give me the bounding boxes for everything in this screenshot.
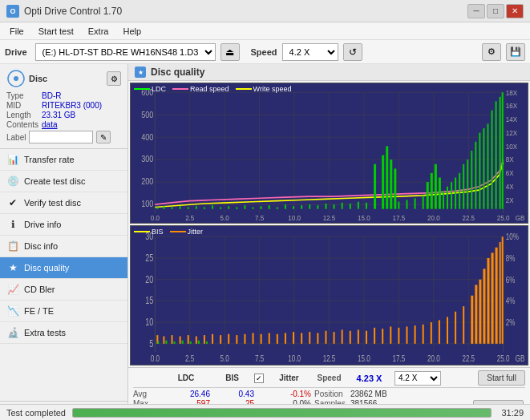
app-icon: O — [6, 5, 19, 18]
svg-rect-74 — [382, 155, 384, 209]
eject-button[interactable]: ⏏ — [220, 43, 240, 61]
sidebar-item-disc-quality[interactable]: ★ Disc quality — [0, 257, 127, 279]
sidebar-item-create-test-disc[interactable]: 💿 Create test disc — [0, 171, 127, 192]
disc-quality-icon: ★ — [6, 261, 19, 274]
sidebar-item-fe-te[interactable]: 📉 FE / TE — [0, 301, 127, 322]
svg-rect-81 — [423, 196, 424, 209]
window-controls: ─ □ ✕ — [467, 4, 524, 18]
svg-rect-63 — [293, 206, 294, 208]
svg-rect-78 — [398, 202, 399, 209]
svg-rect-181 — [471, 295, 473, 343]
svg-rect-52 — [204, 207, 205, 208]
create-test-disc-icon: 💿 — [6, 175, 19, 188]
svg-rect-80 — [415, 198, 416, 208]
menu-help[interactable]: Help — [116, 25, 148, 38]
sidebar-item-transfer-rate[interactable]: 📊 Transfer rate — [0, 149, 127, 171]
svg-text:5.0: 5.0 — [220, 214, 229, 222]
label-label: Label — [6, 133, 26, 142]
verify-test-disc-label: Verify test disc — [24, 198, 81, 208]
svg-rect-53 — [212, 205, 213, 208]
svg-rect-101 — [502, 92, 504, 209]
svg-rect-160 — [301, 333, 302, 343]
jitter-legend-label: Jitter — [188, 228, 204, 236]
svg-rect-71 — [358, 202, 359, 209]
svg-rect-193 — [182, 340, 184, 343]
svg-text:2%: 2% — [506, 317, 516, 326]
svg-rect-176 — [431, 322, 432, 344]
svg-rect-151 — [228, 333, 229, 343]
statusbar-text: Test completed — [6, 408, 66, 418]
start-full-button[interactable]: Start full — [478, 370, 525, 386]
chart-header: ★ Disc quality — [128, 64, 530, 81]
svg-text:12X: 12X — [506, 129, 518, 137]
svg-text:12.5: 12.5 — [323, 214, 336, 222]
menu-file[interactable]: File — [3, 25, 30, 38]
svg-text:2.5: 2.5 — [185, 214, 194, 222]
sidebar-item-verify-test-disc[interactable]: ✔ Verify test disc — [0, 192, 127, 214]
svg-text:5: 5 — [149, 337, 153, 349]
svg-text:10X: 10X — [506, 142, 518, 150]
svg-text:25: 25 — [145, 252, 153, 263]
refresh-button[interactable]: ↺ — [343, 43, 362, 61]
svg-rect-57 — [244, 205, 245, 208]
svg-rect-161 — [309, 332, 310, 344]
svg-rect-91 — [463, 164, 464, 209]
svg-rect-191 — [165, 340, 167, 343]
drive-select[interactable]: (E:) HL-DT-ST BD-RE WH16NS48 1.D3 — [35, 43, 216, 61]
sidebar-item-drive-info[interactable]: ℹ Drive info — [0, 214, 127, 236]
svg-rect-64 — [301, 205, 302, 208]
top-chart-svg: 600 500 400 300 200 100 18X 16X 14X 12X … — [131, 83, 528, 223]
svg-rect-72 — [366, 203, 367, 209]
svg-rect-88 — [451, 182, 452, 209]
svg-text:15: 15 — [145, 295, 153, 306]
maximize-button[interactable]: □ — [487, 4, 504, 18]
svg-rect-62 — [285, 204, 286, 209]
svg-rect-100 — [500, 97, 501, 209]
close-button[interactable]: ✕ — [506, 4, 524, 18]
svg-rect-79 — [406, 200, 407, 209]
length-value: 23.31 GB — [42, 111, 121, 119]
statusbar-time: 31:29 — [501, 408, 524, 418]
svg-rect-58 — [253, 207, 254, 208]
svg-rect-185 — [487, 258, 489, 344]
svg-rect-143 — [163, 336, 164, 343]
sidebar-item-disc-info[interactable]: 📋 Disc info — [0, 236, 127, 257]
disc-info-label: Disc info — [24, 241, 58, 251]
svg-rect-83 — [431, 173, 433, 209]
menu-extra[interactable]: Extra — [82, 25, 115, 38]
svg-rect-66 — [317, 205, 318, 208]
sidebar-item-extra-tests[interactable]: 🔬 Extra tests — [0, 322, 127, 344]
sidebar-item-cd-bler[interactable]: 📈 CD Bler — [0, 279, 127, 301]
checkbox-placeholder[interactable]: ✓ — [254, 374, 267, 383]
svg-text:GB: GB — [516, 214, 525, 222]
speed-select-stats[interactable]: 4.2 X — [394, 371, 441, 386]
svg-rect-189 — [502, 236, 504, 343]
svg-rect-152 — [236, 335, 237, 344]
main-content: Disc ⚙ Type BD-R MID RITEKBR3 (000) Leng… — [0, 64, 530, 420]
statusbar: Test completed 31:29 — [0, 404, 530, 420]
svg-text:500: 500 — [141, 110, 153, 119]
menu-start-test[interactable]: Start test — [32, 25, 80, 38]
svg-text:0.0: 0.0 — [151, 214, 160, 222]
contents-value[interactable]: data — [42, 120, 121, 129]
svg-rect-194 — [190, 341, 192, 344]
label-input[interactable] — [29, 131, 93, 143]
settings-icon[interactable]: ⚙ — [482, 43, 501, 61]
charts-area: LDC Read speed Write speed — [128, 81, 530, 367]
bis-column-header: BIS — [210, 374, 254, 382]
save-icon[interactable]: 💾 — [506, 43, 525, 61]
chart-title: Disc quality — [151, 67, 204, 78]
speed-select[interactable]: 4.2 X — [282, 43, 338, 61]
label-edit-button[interactable]: ✎ — [96, 131, 111, 143]
type-label: Type — [6, 91, 38, 100]
drive-label: Drive — [5, 47, 27, 57]
svg-rect-82 — [427, 182, 429, 209]
svg-text:20.0: 20.0 — [427, 353, 440, 363]
minimize-button[interactable]: ─ — [467, 4, 485, 18]
disc-settings-button[interactable]: ⚙ — [107, 71, 121, 86]
svg-text:8%: 8% — [506, 252, 516, 262]
svg-rect-94 — [475, 142, 476, 209]
ldc-legend-label: LDC — [152, 85, 166, 93]
svg-rect-86 — [443, 191, 444, 208]
svg-rect-76 — [390, 160, 392, 209]
